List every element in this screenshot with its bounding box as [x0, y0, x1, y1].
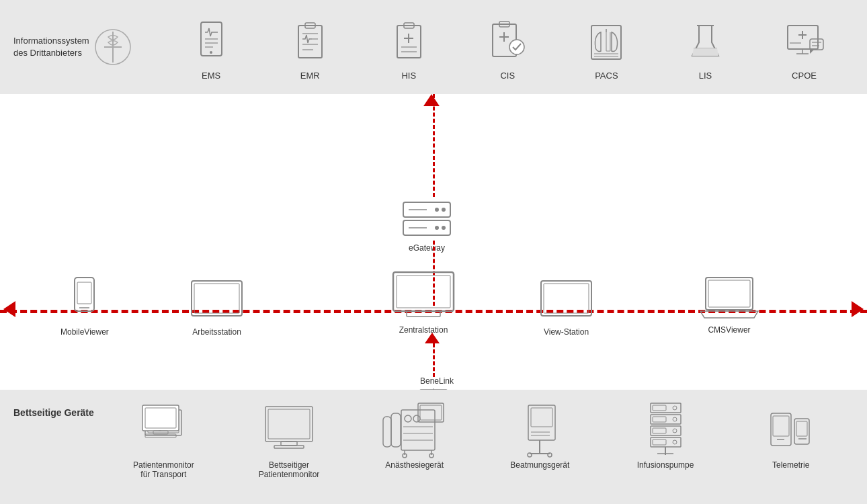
telemetrie-label: Telemetrie	[772, 460, 809, 470]
svg-rect-60	[541, 281, 591, 316]
egateway-icon	[397, 197, 457, 241]
system-pacs: PACS	[557, 14, 656, 81]
infusion-label: Infusionspumpe	[637, 460, 694, 470]
svg-point-112	[673, 417, 677, 421]
benelink-label: BeneLink	[410, 376, 464, 386]
svg-rect-71	[142, 405, 179, 431]
infusionspumpe: Infusionspumpe	[603, 400, 729, 470]
svg-rect-93	[391, 413, 401, 447]
patientenmonitor-transport-label: Patientenmonitorfür Transport	[133, 460, 194, 479]
his-label: HIS	[401, 71, 416, 81]
svg-rect-63	[708, 280, 750, 307]
bettseitiger-monitor-label: BettseitigerPatientenmonitor	[259, 460, 320, 479]
svg-point-9	[210, 51, 212, 54]
arrow-right	[852, 301, 864, 317]
svg-rect-56	[393, 272, 454, 311]
mobileviewer-device: MobileViewer	[60, 274, 109, 337]
beatmung-label: Beatmungsgerät	[510, 460, 569, 470]
svg-rect-10	[298, 26, 322, 58]
svg-rect-108	[653, 417, 666, 422]
svg-rect-82	[418, 403, 444, 422]
bettseitiger-monitor-icon	[262, 400, 316, 457]
viewstation-icon	[538, 274, 595, 325]
anaesthesiegerat: Anästhesiegerät	[352, 400, 477, 470]
svg-point-84	[405, 415, 411, 422]
cis-icon	[484, 14, 531, 68]
egateway-device: eGateway	[397, 197, 457, 253]
bottom-section: Bettseitige Geräte Patientenmonitorfür T…	[0, 390, 867, 504]
bettseitige-label: Bettseitige Geräte	[13, 400, 101, 420]
beatmung-icon	[516, 400, 563, 457]
svg-rect-62	[706, 278, 753, 310]
system-lis: LIS	[656, 14, 755, 81]
pacs-icon	[583, 14, 630, 68]
svg-rect-53	[77, 282, 91, 304]
telemetrie-icon	[768, 400, 815, 457]
svg-rect-76	[265, 407, 313, 442]
svg-rect-118	[773, 416, 789, 436]
svg-rect-55	[194, 284, 239, 313]
mobileviewer-icon	[66, 274, 103, 325]
emr-icon	[286, 14, 333, 68]
bettseitiger-patientenmonitor: BettseitigerPatientenmonitor	[226, 400, 352, 479]
svg-rect-95	[528, 405, 555, 440]
svg-rect-94	[383, 417, 391, 447]
svg-rect-79	[281, 442, 297, 446]
arrow-up-benelink	[425, 333, 440, 343]
beatmungsgerat: Beatmungsgerät	[477, 400, 603, 470]
zentralstation-device: Zentralstation	[390, 269, 457, 335]
svg-point-48	[435, 226, 439, 230]
svg-rect-96	[531, 408, 552, 427]
anaesthesie-label: Anästhesiegerät	[385, 460, 444, 470]
v-line-top-segment	[433, 94, 435, 197]
cmsviewer-label: CMSViewer	[708, 325, 750, 335]
svg-rect-121	[796, 421, 807, 436]
top-section: Informationssystemdes Drittanbieters	[0, 0, 867, 94]
ems-icon	[188, 14, 235, 68]
svg-rect-80	[274, 446, 304, 448]
svg-rect-37	[810, 39, 823, 50]
system-emr: EMR	[261, 14, 360, 81]
viewstation-device: View-Station	[538, 274, 595, 337]
system-cis: CIS	[458, 14, 557, 81]
third-party-block: Informationssystemdes Drittanbieters	[13, 24, 162, 71]
middle-section: eGateway MobileViewer Arbeitsstation	[0, 94, 867, 390]
svg-point-47	[442, 226, 446, 230]
svg-point-26	[509, 40, 524, 54]
svg-rect-109	[653, 428, 666, 433]
cmsviewer-device: CMSViewer	[699, 272, 759, 335]
svg-point-114	[673, 440, 677, 444]
arrow-up-top	[423, 94, 440, 106]
third-party-label: Informationssystemdes Drittanbieters	[13, 35, 89, 59]
arbeitsstation-device: Arbeitsstation	[188, 274, 245, 337]
arrow-left	[3, 301, 15, 317]
system-ems: EMS	[162, 14, 261, 81]
svg-point-113	[673, 429, 677, 433]
viewstation-label: View-Station	[544, 327, 589, 337]
caduceus-icon	[95, 24, 132, 71]
svg-rect-117	[771, 413, 791, 446]
ems-label: EMS	[202, 71, 220, 81]
svg-rect-61	[544, 284, 589, 313]
mobileviewer-label: MobileViewer	[60, 327, 109, 337]
svg-rect-83	[420, 405, 442, 420]
svg-rect-107	[653, 405, 666, 411]
system-his: HIS	[360, 14, 458, 81]
anaesthesie-icon	[378, 400, 452, 457]
system-cpoe: CPOE	[755, 14, 854, 81]
cis-label: CIS	[500, 71, 515, 81]
lis-icon	[682, 14, 729, 68]
svg-marker-40	[810, 50, 814, 54]
arbeitsstation-icon	[188, 274, 245, 325]
patientenmonitor-transport: Patientenmonitorfür Transport	[101, 400, 226, 479]
svg-point-85	[413, 415, 420, 422]
his-icon	[385, 14, 432, 68]
svg-rect-54	[192, 281, 242, 316]
infusion-icon	[644, 400, 688, 457]
pacs-label: PACS	[595, 71, 618, 81]
v-line-below	[433, 343, 435, 377]
svg-point-46	[435, 208, 439, 212]
svg-rect-77	[268, 409, 310, 439]
emr-label: EMR	[300, 71, 320, 81]
svg-rect-110	[653, 439, 666, 445]
